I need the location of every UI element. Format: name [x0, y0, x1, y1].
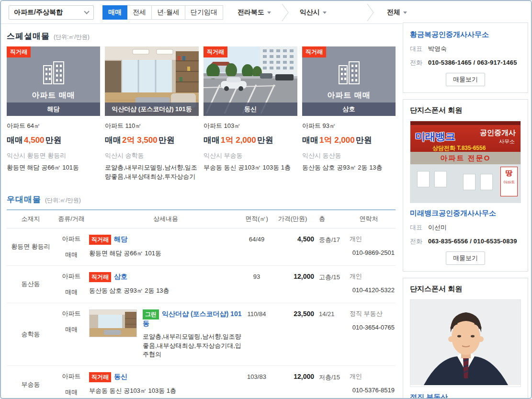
region-label: 전라북도 [238, 8, 264, 17]
region-city[interactable]: 익산시 [300, 8, 327, 17]
agent-office-name[interactable]: 황금복공인중개사사무소 [410, 30, 521, 39]
storefront-office: 공인중개사 [480, 128, 516, 137]
listing-thumbnail[interactable] [89, 309, 137, 337]
unit-note: (단위:㎡/만원) [54, 33, 90, 41]
direct-deal-badge: 직거래 [89, 235, 111, 245]
card-spec: 아파트 103㎡ [204, 122, 297, 130]
row-floor: 중층/17 [314, 235, 342, 259]
agent-phone-row: 전화 010-5386-1465 / 063-917-1465 [410, 58, 521, 67]
top-filter-bar: 아파트/주상복합 매매 전세 년·월세 단기임대 전라북도 익산시 [1, 1, 531, 24]
premium-section-header: 우대매물 (단위:㎡/만원) [7, 194, 396, 205]
property-type-value: 아파트/주상복합 [14, 8, 63, 17]
real-estate-listing-page: 아파트/주상복합 매매 전세 년·월세 단기임대 전라북도 익산시 [0, 0, 532, 399]
chevron-down-icon [84, 9, 89, 14]
row-location: 부송동 [7, 380, 55, 389]
phone-label: 전화 [410, 58, 428, 67]
posted-paper [463, 174, 475, 190]
card-overlay-title: 아파트 매매 [7, 91, 100, 101]
sidebar: 황금복공인중개사사무소 대표 박영숙 전화 010-5386-1465 / 06… [403, 23, 528, 399]
sponsor-card-jeongjik: 단지스폰서 회원 [403, 278, 528, 399]
view-listings-button[interactable]: 매물보기 [446, 251, 485, 265]
sponsor-heading: 단지스폰서 회원 [410, 106, 521, 115]
storefront-glass: 땅 아파트 [410, 164, 521, 203]
section-title: 우대매물 [7, 194, 41, 205]
listing-link[interactable]: 동신 [114, 373, 127, 380]
trade-type: 매매 [55, 388, 88, 397]
card-price: 매매1억 2,000만원 [204, 135, 297, 146]
listing-link[interactable]: 해담 [114, 235, 127, 243]
special-card-samho[interactable]: 직거래 아파트 매매 삼호 아파트 93㎡ [302, 46, 396, 182]
agent-office-name[interactable]: 정직 부동산 [410, 393, 521, 399]
section-title: 스페셜매물 [7, 31, 50, 42]
row-area: 110/84 [242, 309, 271, 360]
special-card-haedam[interactable]: 직거래 아파트 매매 해담 아파트 64㎡ [7, 46, 100, 182]
col-contact: 연락처 [342, 215, 396, 223]
property-type: 아파트 [55, 372, 88, 381]
agent-portrait-photo [410, 299, 521, 387]
col-detail: 상세내용 [88, 215, 242, 223]
property-type: 아파트 [55, 272, 88, 281]
special-cards: 직거래 아파트 매매 해담 아파트 64㎡ [7, 46, 396, 182]
agent-ceo-row: 대표 박영숙 [410, 45, 521, 53]
price-label: 매매 [105, 136, 121, 145]
card-overlay-title: 아파트 매매 [302, 91, 396, 101]
card-price: 매매2억 3,500만원 [105, 135, 199, 146]
col-type: 종류/거래 [55, 215, 88, 223]
region-province[interactable]: 전라북도 [238, 8, 271, 17]
card-name-band: 익산더샵 (포스코더샵) 101동 [105, 103, 199, 116]
tab-wolse[interactable]: 년·월세 [152, 5, 185, 20]
tab-label: 단기임대 [191, 8, 217, 17]
land-sign: 땅 아파트 [500, 167, 518, 196]
card-description: 부송동 동신 공103㎡ 103동 1층 [204, 163, 297, 172]
listing-link[interactable]: 삼호 [114, 273, 127, 280]
special-card-theSharp[interactable]: 익산더샵 (포스코더샵) 101동 아파트 110㎡ 매매2억 3,500만원 … [105, 46, 199, 182]
row-detail: 직거래해담 황등면 해담 공66㎡ 101동 [88, 235, 242, 259]
row-detail: 직거래삼호 동산동 삼호 공93㎡ 2동 13층 [88, 272, 242, 296]
card-price: 매매1억 2,000만원 [302, 135, 396, 146]
main-column: 스페셜매물 (단위:㎡/만원) 직거래 [7, 24, 396, 399]
contact-name: 개인 [342, 372, 396, 381]
tab-maemae[interactable]: 매매 [102, 5, 127, 20]
green-badge: 그린 [143, 309, 159, 319]
card-image-placeholder: 직거래 아파트 매매 해담 [7, 46, 100, 116]
row-type: 아파트 매매 [55, 272, 88, 296]
land-sign-item: 아파트 [503, 180, 515, 185]
ceo-label: 대표 [410, 223, 428, 232]
row-area: 103/83 [242, 372, 271, 397]
sponsor-heading: 단지스폰서 회원 [410, 285, 521, 294]
building-icon [334, 58, 364, 88]
region-label: 익산시 [300, 8, 320, 17]
property-type-dropdown[interactable]: 아파트/주상복합 [9, 5, 94, 20]
storefront-sign: 미래뱅크 공인중개사 사무소 상담전화 T.835-6556 [410, 125, 521, 152]
tab-jeonse[interactable]: 전세 [127, 5, 152, 20]
view-listings-button[interactable]: 매물보기 [446, 73, 485, 86]
agent-office-name[interactable]: 미래뱅크공인중개사사무소 [410, 209, 521, 218]
unit-note: (단위:㎡/만원) [45, 196, 81, 205]
agent-portrait [410, 300, 521, 385]
tab-label: 전세 [133, 8, 146, 17]
row-detail: 직거래동신 부송동 동신 공103㎡ 103동 1층 [88, 372, 242, 397]
region-breadcrumb: 전라북도 익산시 전체 [238, 3, 407, 22]
posted-paper [480, 174, 493, 190]
row-contact: 개인 010-4120-5322 [342, 272, 396, 296]
phone-number: 063-835-6556 / 010-6535-0839 [428, 238, 517, 245]
col-area: 면적(㎡) [242, 215, 271, 223]
breadcrumb-separator-icon [367, 3, 374, 22]
agent-ceo-row: 대표 이선미 [410, 223, 521, 232]
card-location: 익산시 동산동 [302, 151, 396, 160]
row-type: 아파트 매매 [55, 309, 88, 334]
card-name-band: 해담 [7, 103, 100, 116]
contact-phone: 010-3654-0765 [342, 324, 396, 331]
listing-row: 송학동 아파트 매매 [7, 303, 396, 366]
phone-label: 전화 [410, 237, 428, 246]
direct-deal-badge: 직거래 [204, 46, 227, 57]
special-card-dongshin[interactable]: 직거래 동신 아파트 103㎡ 매매1억 2,000만원 익산시 부송동 부송동… [204, 46, 297, 182]
phone-number: 010-5386-1465 / 063-917-1465 [428, 59, 517, 66]
card-spec: 아파트 64㎡ [7, 122, 100, 130]
posted-paper [417, 171, 430, 187]
tab-short-term[interactable]: 단기임대 [185, 5, 223, 20]
direct-deal-badge: 직거래 [89, 372, 111, 382]
region-district[interactable]: 전체 [387, 8, 407, 17]
caret-down-icon [267, 11, 271, 14]
card-location: 익산시 송학동 [105, 151, 199, 160]
